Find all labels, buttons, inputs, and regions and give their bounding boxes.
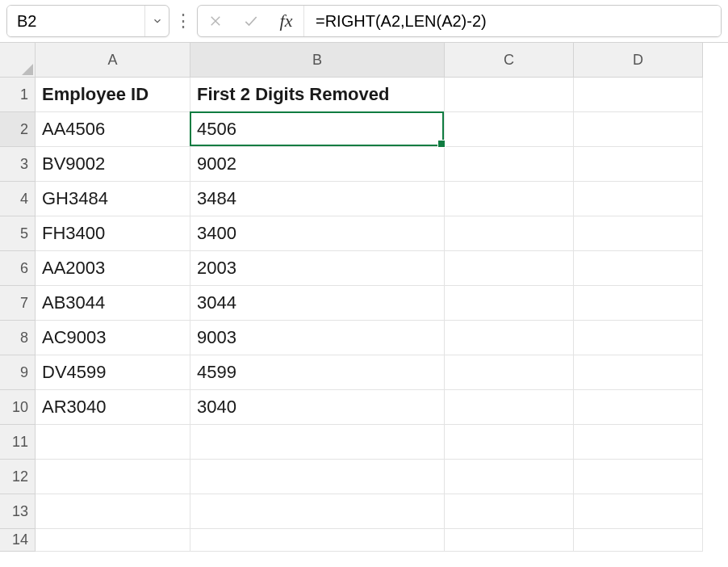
formula-controls: fx bbox=[197, 5, 722, 37]
cell-A14[interactable] bbox=[36, 529, 190, 552]
cell-B10[interactable]: 3040 bbox=[190, 390, 445, 425]
cell-A5[interactable]: FH3400 bbox=[36, 216, 190, 251]
fx-label: fx bbox=[280, 10, 293, 32]
cell-C12[interactable] bbox=[445, 460, 574, 494]
cell-B8[interactable]: 9003 bbox=[190, 321, 445, 355]
cell-B4[interactable]: 3484 bbox=[190, 182, 445, 216]
insert-function-button[interactable]: fx bbox=[269, 6, 304, 36]
cell-A7[interactable]: AB3044 bbox=[36, 286, 190, 321]
col-header-B[interactable]: B bbox=[190, 43, 445, 78]
cell-D9[interactable] bbox=[574, 355, 703, 390]
cell-D12[interactable] bbox=[574, 460, 703, 494]
cell-C11[interactable] bbox=[445, 425, 574, 460]
row-header-14[interactable]: 14 bbox=[0, 529, 36, 552]
row-header-8[interactable]: 8 bbox=[0, 321, 36, 355]
cell-D11[interactable] bbox=[574, 425, 703, 460]
cell-D14[interactable] bbox=[574, 529, 703, 552]
chevron-down-icon bbox=[152, 15, 163, 27]
cell-B13[interactable] bbox=[190, 494, 445, 529]
col-header-C[interactable]: C bbox=[445, 43, 574, 78]
row-header-2[interactable]: 2 bbox=[0, 112, 36, 147]
cell-D8[interactable] bbox=[574, 321, 703, 355]
cell-C5[interactable] bbox=[445, 216, 574, 251]
cell-B1[interactable]: First 2 Digits Removed bbox=[190, 78, 445, 112]
cell-C13[interactable] bbox=[445, 494, 574, 529]
row-header-5[interactable]: 5 bbox=[0, 216, 36, 251]
cell-A3[interactable]: BV9002 bbox=[36, 147, 190, 182]
cell-A12[interactable] bbox=[36, 460, 190, 494]
cell-C3[interactable] bbox=[445, 147, 574, 182]
cell-A10[interactable]: AR3040 bbox=[36, 390, 190, 425]
cell-A4[interactable]: GH3484 bbox=[36, 182, 190, 216]
spreadsheet-grid: A B C D 1 Employee ID First 2 Digits Rem… bbox=[0, 42, 728, 564]
cell-D10[interactable] bbox=[574, 390, 703, 425]
cell-B5[interactable]: 3400 bbox=[190, 216, 445, 251]
cell-B7[interactable]: 3044 bbox=[190, 286, 445, 321]
row-header-3[interactable]: 3 bbox=[0, 147, 36, 182]
cell-D13[interactable] bbox=[574, 494, 703, 529]
cell-A13[interactable] bbox=[36, 494, 190, 529]
cell-D6[interactable] bbox=[574, 251, 703, 286]
cell-A1[interactable]: Employee ID bbox=[36, 78, 190, 112]
name-box[interactable] bbox=[7, 6, 144, 36]
x-icon bbox=[208, 14, 223, 28]
cell-B11[interactable] bbox=[190, 425, 445, 460]
cell-D2[interactable] bbox=[574, 112, 703, 147]
cell-C9[interactable] bbox=[445, 355, 574, 390]
cell-C8[interactable] bbox=[445, 321, 574, 355]
name-box-wrap bbox=[6, 5, 169, 37]
cell-B6[interactable]: 2003 bbox=[190, 251, 445, 286]
cell-C10[interactable] bbox=[445, 390, 574, 425]
row-header-4[interactable]: 4 bbox=[0, 182, 36, 216]
row-header-6[interactable]: 6 bbox=[0, 251, 36, 286]
enter-button[interactable] bbox=[233, 6, 269, 36]
cell-A9[interactable]: DV4599 bbox=[36, 355, 190, 390]
row-header-11[interactable]: 11 bbox=[0, 425, 36, 460]
cell-B12[interactable] bbox=[190, 460, 445, 494]
cell-D4[interactable] bbox=[574, 182, 703, 216]
cell-A11[interactable] bbox=[36, 425, 190, 460]
cell-C1[interactable] bbox=[445, 78, 574, 112]
row-header-12[interactable]: 12 bbox=[0, 460, 36, 494]
row-header-13[interactable]: 13 bbox=[0, 494, 36, 529]
cell-B3[interactable]: 9002 bbox=[190, 147, 445, 182]
row-header-1[interactable]: 1 bbox=[0, 78, 36, 112]
formula-input[interactable] bbox=[304, 6, 721, 36]
cell-D3[interactable] bbox=[574, 147, 703, 182]
cell-A8[interactable]: AC9003 bbox=[36, 321, 190, 355]
check-icon bbox=[243, 13, 259, 29]
vertical-dots-icon[interactable]: ⋮ bbox=[174, 12, 192, 30]
formula-bar: ⋮ fx bbox=[0, 0, 728, 42]
cell-C7[interactable] bbox=[445, 286, 574, 321]
name-box-dropdown[interactable] bbox=[144, 6, 169, 36]
cell-A6[interactable]: AA2003 bbox=[36, 251, 190, 286]
cell-D5[interactable] bbox=[574, 216, 703, 251]
col-header-D[interactable]: D bbox=[574, 43, 703, 78]
row-header-10[interactable]: 10 bbox=[0, 390, 36, 425]
cancel-button[interactable] bbox=[198, 6, 233, 36]
cell-B9[interactable]: 4599 bbox=[190, 355, 445, 390]
select-all-corner[interactable] bbox=[0, 43, 36, 78]
row-header-7[interactable]: 7 bbox=[0, 286, 36, 321]
col-header-A[interactable]: A bbox=[36, 43, 190, 78]
cell-C6[interactable] bbox=[445, 251, 574, 286]
row-header-9[interactable]: 9 bbox=[0, 355, 36, 390]
cell-C2[interactable] bbox=[445, 112, 574, 147]
cell-B14[interactable] bbox=[190, 529, 445, 552]
cell-C14[interactable] bbox=[445, 529, 574, 552]
cell-D1[interactable] bbox=[574, 78, 703, 112]
cell-C4[interactable] bbox=[445, 182, 574, 216]
cell-A2[interactable]: AA4506 bbox=[36, 112, 190, 147]
cell-D7[interactable] bbox=[574, 286, 703, 321]
cell-B2[interactable]: 4506 bbox=[190, 112, 445, 147]
